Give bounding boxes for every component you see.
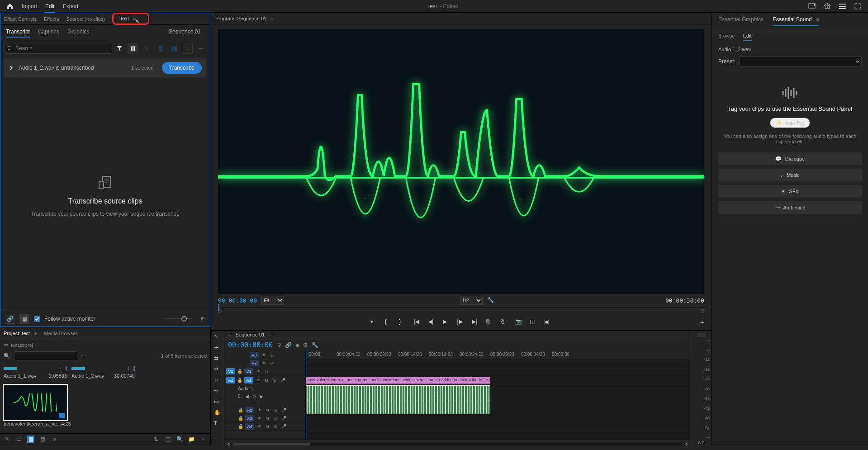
video-clip[interactable]: benevolentkeerah_a_neon_green_audio_wave…: [306, 377, 490, 384]
pencil-icon[interactable]: ✎: [141, 43, 152, 54]
solo-icon[interactable]: S: [272, 424, 279, 429]
preset-select[interactable]: [739, 57, 862, 66]
more-icon[interactable]: ⋯: [195, 43, 206, 54]
voice-over-icon[interactable]: 🎤: [280, 407, 287, 413]
source-patch-badge[interactable]: V1: [226, 368, 235, 374]
export-frame-icon[interactable]: 📷: [515, 318, 523, 327]
marker-icon[interactable]: ◆: [295, 342, 299, 348]
zoom-thumb-icon[interactable]: ○: [51, 436, 58, 443]
voice-over-icon[interactable]: 🎤: [280, 424, 287, 429]
voice-over-icon[interactable]: 🎤: [280, 416, 287, 421]
toggle-sync-icon[interactable]: ◎: [263, 369, 270, 374]
time-ruler[interactable]: :00:00 00:00:04:23 00:00:09:23 00:00:14:…: [306, 351, 691, 360]
scrubber[interactable]: [211, 307, 711, 316]
selection-tool-icon[interactable]: ↖: [214, 333, 221, 341]
write-enable-icon[interactable]: ✎: [4, 436, 11, 443]
solo-icon[interactable]: S: [272, 416, 279, 421]
pause-lines-icon[interactable]: [128, 43, 138, 54]
toggle-output-icon[interactable]: 👁: [256, 416, 262, 421]
home-icon[interactable]: [6, 3, 14, 9]
source-patch-badge[interactable]: A1: [226, 377, 235, 384]
step-back-icon[interactable]: ◀|: [428, 318, 436, 327]
mute-icon[interactable]: M: [264, 424, 270, 429]
extract-icon[interactable]: ⎗: [501, 318, 509, 327]
track-badge[interactable]: V1: [244, 368, 253, 374]
music-button[interactable]: ♪Music: [718, 169, 862, 181]
settings-icon[interactable]: ⚙: [303, 342, 308, 348]
ambience-button[interactable]: 〰Ambience: [718, 201, 862, 214]
pen-tool-icon[interactable]: ✒: [214, 388, 221, 395]
text-zoom-slider[interactable]: [165, 318, 192, 319]
speaker-edit-icon[interactable]: 👤: [155, 43, 166, 54]
fit-select[interactable]: Fit: [261, 296, 284, 305]
timeline-scrollbar[interactable]: ○ ○: [224, 440, 691, 448]
sort-icon[interactable]: ⇅: [152, 436, 160, 443]
toggle-output-icon[interactable]: 👁: [261, 360, 267, 366]
linked-selection-icon[interactable]: 🔗: [285, 342, 292, 348]
subtab-browse[interactable]: Browse: [718, 33, 735, 41]
playhead-icon[interactable]: [218, 304, 219, 311]
solo-icon[interactable]: S: [272, 407, 279, 413]
tab-menu-icon[interactable]: ≡: [816, 16, 819, 23]
tab-text[interactable]: Text ≡ ↖: [112, 13, 149, 25]
type-tool-icon[interactable]: T: [214, 420, 221, 427]
step-forward-icon[interactable]: |▶: [457, 318, 465, 327]
close-sequence-icon[interactable]: ×: [228, 332, 231, 337]
next-keyframe-icon[interactable]: ▶: [260, 394, 263, 399]
program-timecode-left[interactable]: 00:00:00:00: [218, 297, 257, 304]
razor-tool-icon[interactable]: ✂: [214, 366, 221, 373]
mute-icon[interactable]: M: [264, 416, 270, 421]
track-badge[interactable]: A2: [245, 407, 254, 413]
tab-effects[interactable]: Effects: [44, 16, 59, 22]
track-badge[interactable]: A3: [245, 415, 254, 422]
zoom-in-handle[interactable]: ○: [685, 441, 688, 447]
wrench-icon[interactable]: 🔧: [312, 342, 318, 348]
subtab-graphics[interactable]: Graphics: [67, 28, 89, 38]
lock-icon[interactable]: 🔒: [237, 378, 242, 383]
track-badge[interactable]: A1: [244, 377, 253, 384]
search-box[interactable]: [4, 43, 111, 54]
new-bin-icon[interactable]: 📁: [188, 436, 195, 443]
lock-icon[interactable]: 🔒: [238, 416, 243, 421]
settings-wrench-icon[interactable]: 🔧: [487, 297, 494, 304]
chevron-right-icon[interactable]: [9, 65, 14, 71]
toggle-output-icon[interactable]: 👁: [256, 424, 262, 429]
tab-effect-controls[interactable]: Effect Controls: [4, 16, 37, 22]
add-marker-icon[interactable]: ▾: [370, 318, 379, 327]
toggle-sync-icon[interactable]: ◎: [269, 360, 275, 366]
tab-project[interactable]: Project: test ≡: [4, 331, 37, 336]
tab-program[interactable]: Program: Sequence 01: [215, 16, 266, 21]
find-icon[interactable]: 🔍: [176, 436, 183, 443]
safe-margins-icon[interactable]: ▣: [544, 318, 552, 327]
resolution-select[interactable]: 1/2: [460, 296, 483, 305]
quick-export-icon[interactable]: [808, 3, 816, 9]
toggle-output-icon[interactable]: 👁: [255, 369, 261, 374]
thumbnail[interactable]: [4, 385, 67, 420]
subtab-captions[interactable]: Captions: [38, 28, 59, 38]
lock-icon[interactable]: 🔒: [238, 407, 243, 413]
cc-icon[interactable]: CC: [182, 43, 193, 54]
snap-icon[interactable]: ⚲: [277, 342, 281, 348]
prev-keyframe-icon[interactable]: ◀: [245, 394, 249, 399]
bin-item-2[interactable]: Audio 1_2.wav30:00740: [71, 365, 135, 379]
go-to-out-icon[interactable]: ▶|: [472, 318, 480, 327]
link-transcript-icon[interactable]: 🔗: [5, 314, 15, 324]
auto-tag-button[interactable]: ✨ Auto Tag: [770, 118, 810, 128]
track-area[interactable]: :00:00 00:00:04:23 00:00:09:23 00:00:14:…: [306, 351, 691, 440]
follow-active-checkbox[interactable]: [34, 316, 40, 322]
project-search-input[interactable]: [14, 351, 77, 360]
tab-menu-icon[interactable]: ≡: [271, 16, 274, 21]
tab-essential-sound[interactable]: Essential Sound ≡: [773, 16, 819, 26]
audio-clip[interactable]: [306, 385, 490, 414]
list-view-icon[interactable]: ☰: [15, 436, 23, 443]
nav-edit[interactable]: Edit: [45, 3, 55, 9]
tab-essential-graphics[interactable]: Essential Graphics: [718, 16, 764, 26]
track-badge[interactable]: A4: [245, 423, 254, 430]
slip-tool-icon[interactable]: ↔: [214, 377, 221, 384]
workspace-icon[interactable]: [839, 4, 846, 9]
rectangle-tool-icon[interactable]: ▭: [214, 398, 221, 406]
tab-media-browser[interactable]: Media Browser: [44, 331, 77, 336]
track-select-tool-icon[interactable]: ⇥: [214, 344, 221, 351]
track-badge[interactable]: V2: [250, 360, 259, 366]
solo-icon[interactable]: S: [271, 378, 278, 383]
